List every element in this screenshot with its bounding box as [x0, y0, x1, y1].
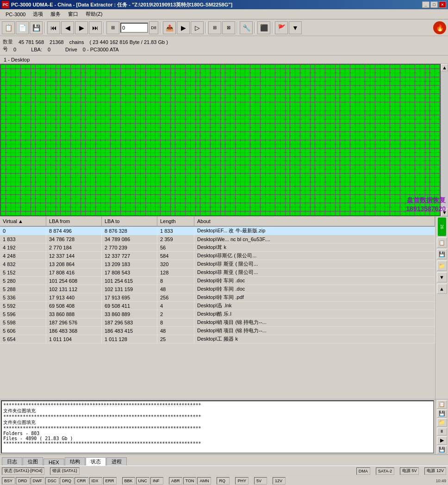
right-btn-save[interactable]: 💾: [437, 249, 447, 259]
tab-bitmap[interactable]: 位图: [23, 457, 43, 466]
grid-cell: [91, 144, 95, 148]
tab-hex[interactable]: HEX: [44, 459, 64, 466]
table-row[interactable]: 5 598187 296 576187 296 5838Desktop\销 项目…: [0, 318, 435, 327]
toolbar-btn-play[interactable]: ▶: [177, 21, 190, 34]
grid-cell: [200, 90, 205, 93]
log-btn-5[interactable]: ▶: [437, 436, 447, 445]
grid-cell: [245, 94, 250, 98]
table-row[interactable]: 5 280101 254 608101 254 6158Desktop\转 车间…: [0, 277, 435, 285]
restore-button[interactable]: □: [430, 1, 438, 8]
th-virtual[interactable]: Virtual ▲: [0, 217, 46, 226]
table-row[interactable]: 5 288102 131 112102 131 15948Desktop\转 车…: [0, 285, 435, 293]
grid-cell: [305, 203, 310, 207]
grid-cell: [365, 149, 370, 152]
grid-cell: [370, 182, 375, 186]
grid-cell: [16, 144, 20, 148]
menu-window[interactable]: 窗口: [64, 10, 82, 19]
toolbar-btn-6[interactable]: ▶: [75, 21, 88, 34]
th-lba-from[interactable]: LBA from: [46, 217, 102, 226]
scroll-up-btn[interactable]: ▲: [441, 64, 448, 71]
grid-cell: [36, 132, 40, 136]
grid-cell: [241, 65, 245, 68]
table-row[interactable]: 1 83334 786 72834 789 0862 359Desktop\We…: [0, 235, 435, 243]
grid-cell: [390, 182, 395, 186]
toolbar-btn-grid2[interactable]: ⊞: [208, 21, 221, 34]
toolbar-btn-1[interactable]: 📋: [2, 21, 15, 34]
grid-cell: [336, 187, 340, 190]
table-row[interactable]: 08 874 4968 876 3281 833Desktop\EF... 改 …: [0, 227, 435, 235]
grid-cell: [300, 187, 305, 190]
table-row[interactable]: 5 606186 483 368186 483 41548Desktop\销 项…: [0, 327, 435, 335]
th-about[interactable]: About: [194, 217, 435, 226]
menu-help[interactable]: 帮助(Z): [82, 10, 106, 19]
table-row[interactable]: 5 59269 508 40869 508 4114Desktop\迅 .lnk: [0, 302, 435, 310]
grid-cell: [311, 98, 315, 102]
grid-cell: [116, 187, 120, 190]
table-row[interactable]: 5 33617 913 44017 913 695256Desktop\转 车间…: [0, 293, 435, 302]
grid-cell: [71, 90, 75, 93]
toolbar-btn-grid[interactable]: ⊞: [106, 21, 119, 34]
toolbar-btn-arrow[interactable]: ▼: [289, 21, 302, 34]
menu-options[interactable]: 选项: [29, 10, 47, 19]
menu-pc3000[interactable]: PC-3000: [2, 11, 29, 18]
tab-progress[interactable]: 进程: [106, 457, 127, 466]
right-btn-up[interactable]: ▲: [437, 284, 447, 294]
right-btn-down[interactable]: ▼: [437, 272, 447, 282]
status-sata1: 状态 (SATA1)-[PIO4]: [2, 467, 44, 475]
log-btn-2[interactable]: 💾: [437, 410, 447, 418]
log-btn-4[interactable]: ⏸: [437, 428, 447, 436]
toolbar-btn-play2[interactable]: ▷: [191, 21, 204, 34]
grid-cell: [305, 165, 310, 169]
log-btn-3[interactable]: 📁: [437, 418, 447, 427]
grid-cell: [131, 169, 135, 173]
table-row[interactable]: 4 24812 337 14412 337 727584Desktop\菲斯亿 …: [0, 252, 435, 260]
tab-status[interactable]: 状态: [86, 457, 106, 466]
log-btn-save2[interactable]: 💾: [437, 446, 447, 454]
toolbar-btn-7[interactable]: ⏭: [89, 21, 102, 34]
toolbar-btn-3[interactable]: 💾: [30, 21, 43, 34]
toolbar-btn-4[interactable]: ⏮: [47, 21, 60, 34]
grid-cell: [405, 169, 410, 173]
th-lba-to[interactable]: LBA to: [102, 217, 157, 226]
grid-cell: [435, 153, 440, 156]
toolbar-btn-5[interactable]: ◀: [61, 21, 74, 34]
tab-structure[interactable]: 结构: [65, 457, 85, 466]
table-row[interactable]: 4 1922 770 1842 770 23956Desktop\茸 k: [0, 243, 435, 252]
table-row[interactable]: 4 83213 208 86413 209 183320Desktop\菲 斯亚…: [0, 260, 435, 268]
grid-cell: [171, 169, 175, 173]
grid-cell: [395, 144, 400, 148]
grid-cell: [41, 182, 45, 186]
log-btn-1[interactable]: 📋: [437, 400, 447, 409]
table-row[interactable]: 5 15217 808 41617 808 543128Desktop\菲 斯亚…: [0, 268, 435, 277]
right-btn-copy[interactable]: 📋: [437, 237, 447, 248]
grid-cell: [126, 111, 131, 115]
grid-cell: [305, 211, 310, 215]
toolbar-btn-grid3[interactable]: ⊠: [222, 21, 235, 34]
grid-cell: [26, 153, 31, 156]
td-about: Desktop\EF... 改 牛-最新版.zip: [194, 227, 435, 235]
table-row[interactable]: 5 6541 011 1041 011 12825Desktop\工 频器 k: [0, 335, 435, 343]
right-btn-folder[interactable]: 📁: [437, 261, 447, 271]
toolbar-btn-wrench[interactable]: 🔧: [240, 21, 253, 34]
tab-log[interactable]: 日志: [2, 457, 22, 466]
toolbar-btn-export[interactable]: 📤: [163, 21, 176, 34]
grid-cell: [290, 187, 295, 190]
menu-service[interactable]: 服务: [47, 10, 64, 19]
toolbar-btn-d8[interactable]: D8: [149, 21, 158, 34]
grid-cell: [161, 199, 165, 203]
minimize-button[interactable]: _: [422, 1, 429, 8]
grid-cell: [355, 174, 360, 177]
toolbar-btn-2[interactable]: 📄: [16, 21, 29, 34]
grid-cell: [196, 86, 200, 89]
toolbar-btn-stop[interactable]: ⬛: [257, 21, 270, 34]
table-row[interactable]: 5 59633 860 88833 860 8892Desktop\酷 乐.l: [0, 310, 435, 318]
toolbar-input[interactable]: 0: [120, 23, 148, 33]
grid-cell: [31, 119, 36, 123]
th-length[interactable]: Length: [157, 217, 194, 226]
close-button[interactable]: ×: [439, 1, 446, 8]
grid-cell: [91, 165, 95, 169]
table-body[interactable]: 08 874 4968 876 3281 833Desktop\EF... 改 …: [0, 227, 435, 399]
toolbar-btn-flag[interactable]: 🚩: [275, 21, 288, 34]
grid-cell: [255, 132, 260, 136]
grid-scrollbar[interactable]: ▲ ▼: [441, 64, 448, 216]
